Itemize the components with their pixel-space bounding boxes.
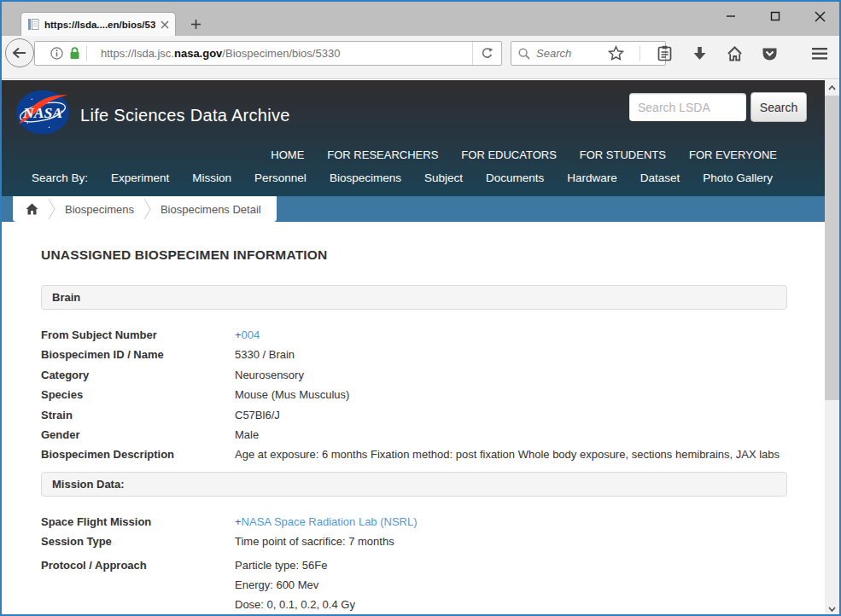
- nav-for-students[interactable]: FOR STUDENTS: [580, 148, 666, 161]
- detail-row: Gender Male: [41, 428, 787, 441]
- field-value: 5330 / Brain: [235, 348, 295, 361]
- nav-experiment[interactable]: Experiment: [111, 171, 169, 184]
- detail-row: From Subject Number +004: [41, 328, 787, 341]
- main-content: UNASSIGNED BIOSPECIMEN INFORMATION Brain…: [2, 247, 825, 615]
- downloads-icon[interactable]: [688, 43, 710, 65]
- detail-row: Protocol / Approach Particle type: 56Fe …: [41, 555, 787, 615]
- page-viewport: NASA Life Sciences Data Archive Search H…: [2, 80, 825, 616]
- field-value: Neurosensory: [235, 369, 304, 381]
- url-bar[interactable]: https://lsda.jsc.nasa.gov/Biospecimen/bi…: [34, 41, 502, 66]
- scroll-up-icon[interactable]: [825, 80, 839, 95]
- detail-row: Biospecimen Description Age at exposure:…: [41, 448, 787, 461]
- nav-biospecimens[interactable]: Biospecimens: [330, 171, 401, 184]
- svg-text:NASA: NASA: [22, 104, 62, 121]
- home-icon[interactable]: [723, 43, 745, 65]
- favicon-page-icon: [27, 18, 39, 31]
- pocket-icon[interactable]: [758, 43, 780, 65]
- primary-nav: HOME FOR RESEARCHERS FOR EDUCATORS FOR S…: [271, 148, 777, 161]
- nasa-logo-icon[interactable]: NASA: [15, 90, 70, 135]
- nav-mission[interactable]: Mission: [192, 171, 231, 184]
- reload-icon[interactable]: [472, 42, 501, 65]
- nav-home[interactable]: HOME: [271, 148, 304, 161]
- detail-row: Strain C57Bl6/J: [41, 409, 787, 421]
- search-by-label: Search By:: [32, 171, 88, 184]
- nav-documents[interactable]: Documents: [486, 171, 544, 184]
- tab-title: https://lsda....en/bios/5330: [44, 20, 155, 30]
- field-label: Protocol / Approach: [41, 555, 235, 615]
- mission-panel-heading: Mission Data:: [41, 472, 787, 497]
- nav-hardware[interactable]: Hardware: [567, 171, 617, 184]
- detail-row: Session Type Time point of sacrifice: 7 …: [41, 535, 787, 548]
- detail-row: Category Neurosensory: [41, 369, 787, 381]
- field-label: From Subject Number: [41, 328, 235, 341]
- breadcrumb-home-icon[interactable]: [26, 203, 38, 215]
- lsda-search-input[interactable]: [629, 93, 746, 121]
- site-header: NASA Life Sciences Data Archive Search H…: [2, 80, 825, 196]
- detail-row: Species Mouse (Mus Musculus): [41, 388, 787, 401]
- detail-row: Space Flight Mission +NASA Space Radiati…: [41, 515, 787, 528]
- field-value: Age at exposure: 6 months Fixation metho…: [235, 448, 780, 461]
- nav-for-researchers[interactable]: FOR RESEARCHERS: [327, 148, 438, 161]
- lock-icon[interactable]: [69, 47, 80, 60]
- field-label: Space Flight Mission: [41, 515, 235, 528]
- site-title: Life Sciences Data Archive: [80, 106, 290, 125]
- page-title: UNASSIGNED BIOSPECIMEN INFORMATION: [41, 247, 787, 263]
- field-label: Biospecimen ID / Name: [41, 348, 235, 361]
- scrollbar[interactable]: [825, 80, 839, 616]
- specimen-panel-heading: Brain: [41, 285, 787, 310]
- detail-row: Biospecimen ID / Name 5330 / Brain: [41, 348, 787, 361]
- nav-personnel[interactable]: Personnel: [254, 171, 307, 184]
- breadcrumb-separator-icon: [143, 198, 151, 220]
- breadcrumb-separator-icon: [48, 198, 55, 220]
- menu-icon[interactable]: [809, 43, 831, 65]
- mission-details: Space Flight Mission +NASA Space Radiati…: [41, 515, 787, 615]
- specimen-details: From Subject Number +004 Biospecimen ID …: [41, 328, 787, 462]
- maximize-button[interactable]: [762, 5, 788, 27]
- nav-for-educators[interactable]: FOR EDUCATORS: [461, 148, 556, 161]
- field-value: Mouse (Mus Musculus): [235, 388, 349, 401]
- field-label: Strain: [41, 409, 235, 421]
- field-label: Species: [41, 388, 235, 401]
- breadcrumb: Biospecimens Biospecimens Detail: [13, 196, 277, 222]
- new-tab-button[interactable]: [186, 15, 205, 32]
- scrollbar-thumb[interactable]: [825, 96, 839, 400]
- back-button[interactable]: [5, 38, 34, 67]
- field-value: C57Bl6/J: [235, 409, 280, 421]
- browser-window: https://lsda....en/bios/5330: [0, 0, 841, 616]
- field-label: Biospecimen Description: [41, 448, 235, 461]
- breadcrumb-band: Biospecimens Biospecimens Detail: [2, 196, 825, 222]
- navigation-toolbar: https://lsda.jsc.nasa.gov/Biospecimen/bi…: [2, 36, 839, 79]
- nav-photo-gallery[interactable]: Photo Gallery: [703, 171, 773, 184]
- scroll-down-icon[interactable]: [825, 601, 839, 616]
- search-by-nav: Search By: Experiment Mission Personnel …: [32, 171, 773, 184]
- mission-link[interactable]: +NASA Space Radiation Lab (NSRL): [235, 515, 418, 528]
- search-icon: [518, 48, 530, 60]
- field-label: Session Type: [41, 535, 235, 548]
- nav-for-everyone[interactable]: FOR EVERYONE: [689, 148, 777, 161]
- field-value: Male: [235, 428, 259, 441]
- breadcrumb-biospecimens-detail[interactable]: Biospecimens Detail: [161, 203, 261, 216]
- field-value: Time point of sacrifice: 7 months: [235, 535, 394, 548]
- minimize-button[interactable]: [718, 5, 744, 27]
- url-text: https://lsda.jsc.nasa.gov/Biospecimen/bi…: [94, 47, 472, 60]
- field-label: Category: [41, 369, 235, 381]
- subject-number-link[interactable]: +004: [235, 328, 260, 341]
- breadcrumb-biospecimens[interactable]: Biospecimens: [65, 203, 134, 216]
- close-button[interactable]: [807, 5, 832, 27]
- bookmark-star-icon[interactable]: [604, 43, 627, 65]
- field-label: Gender: [41, 428, 235, 441]
- lsda-search-button[interactable]: Search: [750, 92, 807, 122]
- nav-dataset[interactable]: Dataset: [640, 171, 680, 184]
- info-icon[interactable]: [50, 47, 63, 60]
- tab-close-icon[interactable]: [161, 20, 169, 29]
- nav-subject[interactable]: Subject: [424, 171, 463, 184]
- field-value: Particle type: 56Fe Energy: 600 Mev Dose…: [235, 555, 355, 615]
- reading-list-icon[interactable]: [653, 43, 675, 65]
- titlebar: https://lsda....en/bios/5330: [2, 2, 839, 36]
- browser-tab[interactable]: https://lsda....en/bios/5330: [20, 12, 176, 36]
